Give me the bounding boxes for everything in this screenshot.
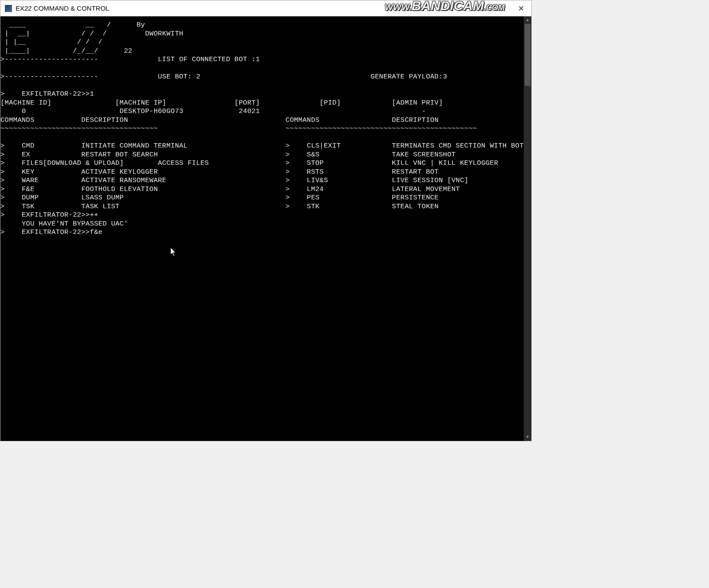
scrollbar-track[interactable] xyxy=(524,24,531,433)
scrollbar[interactable]: ▲ ▼ xyxy=(524,16,531,441)
scroll-arrow-up-icon[interactable]: ▲ xyxy=(524,16,531,24)
scroll-arrow-down-icon[interactable]: ▼ xyxy=(524,433,531,441)
bandicam-watermark: WWW.BANDICAM.COM xyxy=(385,0,505,13)
scrollbar-thumb[interactable] xyxy=(525,24,530,86)
terminal-container: ____ __ / By | __| / / / DWORKWITH | |__… xyxy=(0,16,531,441)
close-button[interactable]: ✕ xyxy=(511,0,531,16)
titlebar[interactable]: EX22 COMMAND & CONTROL WWW.BANDICAM.COM … xyxy=(0,0,531,16)
app-icon xyxy=(5,5,12,12)
window-title: EX22 COMMAND & CONTROL xyxy=(16,4,109,12)
terminal-output[interactable]: ____ __ / By | __| / / / DWORKWITH | |__… xyxy=(0,16,524,441)
app-window: EX22 COMMAND & CONTROL WWW.BANDICAM.COM … xyxy=(0,0,532,441)
close-icon: ✕ xyxy=(518,4,524,13)
